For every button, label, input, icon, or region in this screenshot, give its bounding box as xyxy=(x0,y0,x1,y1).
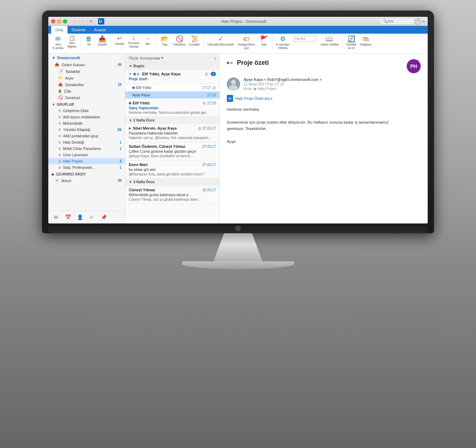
read-unread-icon: ✓ xyxy=(218,36,223,42)
categorize-button[interactable]: 🏷 KategorilereAyır xyxy=(236,35,257,50)
footer-notes-button[interactable]: 📌 xyxy=(99,213,108,221)
send-receive-label: Gönderve Al xyxy=(346,43,357,50)
tab-edit[interactable]: Düzenle xyxy=(68,26,90,34)
junk-label: Gereksiz xyxy=(65,96,80,100)
email-thread-2[interactable]: Elif Yıldız 📎 17:15 Satış Yaptırımları H… xyxy=(125,99,219,117)
sub-email-1-1[interactable]: Elif Yıldız 17:17 @ xyxy=(125,84,219,91)
window-title: Halo Projesi - Onmicrosoft xyxy=(108,19,380,23)
sidebar-item-drafts[interactable]: 📝 Taslaklar xyxy=(48,68,125,75)
archive-button[interactable]: 📥 Arşivle xyxy=(96,35,108,47)
sidebar-item-dev-team[interactable]: ⚙ Geliştirme Ekibi xyxy=(48,108,125,114)
minimize-button[interactable] xyxy=(57,19,61,23)
sort-direction-icon[interactable]: ↕ xyxy=(214,56,216,60)
move-button[interactable]: 📂 Taşı xyxy=(159,35,171,47)
archive-folder-icon: 📁 xyxy=(58,76,63,80)
nav-forward-button[interactable]: › xyxy=(79,19,86,24)
categorize-label: KategorilereAyır xyxy=(238,43,255,50)
email-thread-4[interactable]: Sultan Özdemir, Cüneyt Yılmaz 27.03.17 L… xyxy=(125,142,219,160)
follow-icon: 🚩 xyxy=(260,36,268,42)
sidebar-item-aad[interactable]: ⚙ AAD portalından grup xyxy=(48,133,125,139)
sidebar-item-product-launch[interactable]: ⚙ Ürün Lansmanı xyxy=(48,152,125,158)
sidebar-item-halo-project[interactable]: ⚙ Halo Projesi 3 xyxy=(48,158,125,164)
new-email-button[interactable]: ✉ YeniE-posta xyxy=(51,35,65,50)
sidebar-item-sales-pro[interactable]: ⚙ Satş: Profesyonel... 1 xyxy=(48,164,125,171)
tab-home[interactable]: Giriş xyxy=(51,26,68,34)
search-people-input[interactable] xyxy=(293,36,317,41)
sidebar-item-sent[interactable]: 📤 Gönderilен 10 xyxy=(48,81,125,88)
traffic-lights xyxy=(51,19,67,23)
section-3weeks[interactable]: ▼ 3 Hafta Önce xyxy=(125,179,219,186)
email-thread-3[interactable]: ▶ Sibel Mersin, Ayşe Kaya @ 27.03.17 Paz… xyxy=(125,124,219,142)
sub-email-1-2[interactable]: Ayşe Kaya 17:16 xyxy=(125,91,219,99)
dev-team-label: Geliştirme Ekibi xyxy=(63,109,89,113)
mobile-badge: 1 xyxy=(119,147,121,151)
footer-calendar-button[interactable]: 📅 xyxy=(63,213,73,221)
delete-button[interactable]: 🗑 Sil xyxy=(83,35,95,47)
filter-button[interactable]: ⚙ E-postayıFiltrele xyxy=(275,35,291,50)
two-dots-reader xyxy=(227,62,233,64)
close-button[interactable] xyxy=(51,19,55,23)
section-today[interactable]: ▼ Bugün xyxy=(125,63,219,70)
email-thread-6[interactable]: Cüneyt Yılmaz 20.03.17 Mühendislik gruba… xyxy=(125,186,219,204)
junk-folder-icon: 🚫 xyxy=(58,95,63,100)
monitor-bezel-bottom xyxy=(48,223,428,233)
follow-button[interactable]: 🚩 İzle xyxy=(258,35,270,47)
gear-icon-10: ⚙ xyxy=(58,166,61,170)
body-greeting: Herkese merhaba, xyxy=(227,106,421,112)
maximize-button[interactable] xyxy=(63,19,67,23)
sidebar-item-trash[interactable]: 🗑 Çöp xyxy=(48,88,125,94)
at-icon-3: @ xyxy=(198,126,201,130)
footer-tasks-button[interactable]: ✓ xyxy=(87,213,97,221)
store-button[interactable]: 🛍 Mağaza xyxy=(359,35,373,47)
rules-icon: 📜 xyxy=(191,36,198,42)
sent-label: Gönderilен xyxy=(65,83,84,87)
rules-label: Kurallar xyxy=(189,43,200,46)
collapse-button[interactable]: ∧ xyxy=(422,19,425,23)
email-body: Herkese merhaba, İncelemeniz için proje … xyxy=(227,106,421,145)
section-2weeks[interactable]: ▼ 2 Hafta Önce xyxy=(125,117,219,124)
send-receive-button[interactable]: 🔄 Gönderve Al xyxy=(345,35,358,50)
reply-button[interactable]: ↩ Yanıtla xyxy=(113,35,126,46)
archive-label: Arşiv xyxy=(65,76,74,80)
sidebar-item-junk[interactable]: 🚫 Gereksiz xyxy=(48,94,125,101)
address-book-button[interactable]: 📖 Adres Defteri xyxy=(319,35,340,47)
title-bar-right: ? ∧ xyxy=(415,18,425,25)
title-bar: ‹ › ↻ O Halo Projesi - Onmicrosoft 🔍 ? ∧ xyxy=(48,17,428,26)
to-label: Kime: xyxy=(244,87,253,91)
sort-label[interactable]: Ölçüt: Konuşmalar ▾ xyxy=(129,56,163,60)
sidebar-item-library[interactable]: ⚙ Yönetici Kitaplığı 89 xyxy=(48,126,125,133)
sidebar-item-halo-support[interactable]: ⚙ Halo Desteği 1 xyxy=(48,139,125,145)
thread-3-from: ▶ Sibel Mersin, Ayşe Kaya xyxy=(129,126,177,130)
nav-back-button[interactable]: ‹ xyxy=(71,19,78,24)
attachment-link[interactable]: W Halo Proje Özeti.docx xyxy=(227,95,421,102)
reply-all-button[interactable]: ⤵ TümünüYanıtla xyxy=(126,35,141,49)
help-button[interactable]: ? xyxy=(415,18,421,25)
sidebar-item-adil[interactable]: ⚙ Adil duzun müdahalesi xyxy=(48,114,125,120)
email-thread-5[interactable]: Emre Mart 27.03.17 bu ekibe göl atın @Ra… xyxy=(125,160,219,179)
sidebar-groups-header[interactable]: ▼ Gruplar xyxy=(48,101,125,108)
footer-mail-button[interactable]: ✉ xyxy=(51,213,61,221)
sidebar-item-inbox[interactable]: 📥 Gelen Kutusu 45 xyxy=(48,61,125,68)
sidebar-archive-header[interactable]: ▶ Çevrimiçi Arşiv xyxy=(48,171,125,177)
search-input[interactable] xyxy=(388,19,412,23)
footer-people-button[interactable]: 👤 xyxy=(75,213,85,221)
sidebar-item-archive[interactable]: 📁 Arşiv xyxy=(48,75,125,81)
title-search-box[interactable]: 🔍 xyxy=(380,18,415,25)
thread-5-subject: bu ekibe göl atın xyxy=(129,167,216,172)
gear-icon-4: ⚙ xyxy=(58,128,61,132)
junk-button[interactable]: 🚫 Gereksiz xyxy=(172,35,187,47)
docx-icon: W xyxy=(227,95,233,102)
read-unread-button[interactable]: ✓ Okundu/Okunmadı xyxy=(206,35,236,47)
sidebar-item-engineering[interactable]: ⚙ Mühendislik xyxy=(48,120,125,126)
sidebar-item-mobile[interactable]: ⚙ Mobil Cihaz Pazarlama 1 xyxy=(48,145,125,152)
sidebar-account[interactable]: ▼ Onmicrosoft xyxy=(48,54,125,61)
forward-button[interactable]: → İlet xyxy=(141,35,154,46)
sidebar-item-secondary[interactable]: 📧 İkincil 39 xyxy=(48,177,125,184)
new-items-button[interactable]: 📋 YeniÖğeler xyxy=(65,35,78,49)
email-thread-1[interactable]: ▼ Elif Yıldız, Ayşe Kaya @ 2 Proje özeti xyxy=(125,70,219,84)
rules-button[interactable]: 📜 Kurallar xyxy=(188,35,202,47)
email-title: Proje özeti xyxy=(227,59,269,67)
nav-refresh-button[interactable]: ↻ xyxy=(88,19,94,24)
store-label: Mağaza xyxy=(360,43,371,46)
tab-tools[interactable]: Araçlar xyxy=(90,26,111,34)
